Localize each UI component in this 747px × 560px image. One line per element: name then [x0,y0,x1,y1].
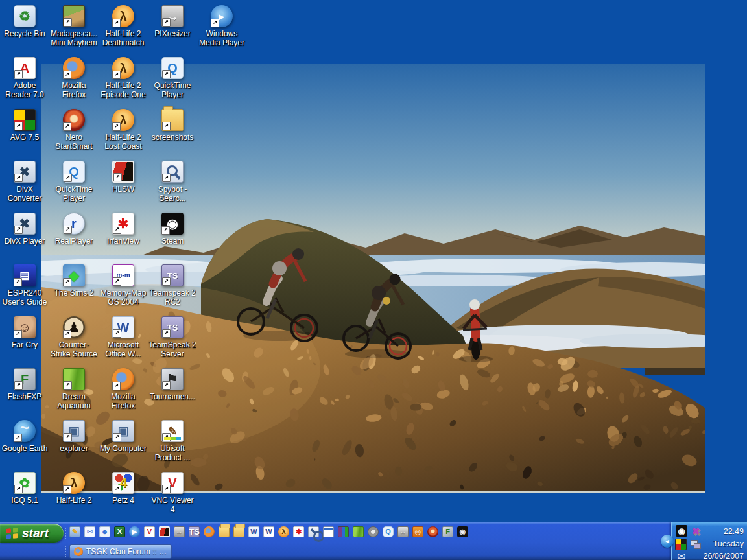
desktop-icon-teamspeak-2-server[interactable]: TS↗TeamSpeak 2 Server [148,316,196,358]
desktop-icon-recycle-bin[interactable]: ♻Recycle Bin [1,5,49,38]
journal-quicklaunch-icon[interactable]: ✎ [69,526,80,537]
excel-quicklaunch-icon[interactable]: X [114,526,125,537]
outlook-express-quicklaunch-icon[interactable]: ✉ [84,526,95,537]
desktop-icon-label: VNC Viewer 4 [148,496,196,514]
desktop-icon-counter-strike-source[interactable]: ♟↗Counter-Strike Source [50,316,98,358]
film-reel-quicklaunch-icon[interactable] [368,526,379,537]
messenger-quicklaunch-icon[interactable]: ☻ [99,526,110,537]
steam-target-glyph: ◉ [460,528,466,535]
nero-quicklaunch-icon[interactable] [427,526,438,537]
desktop-icon-mozilla-firefox[interactable]: ↗Mozilla Firefox [50,57,98,99]
taskbar[interactable]: start ✎✉☻X►V↔TSWWλ✱Q↔◎F◉ TSGK Clan Forum… [0,522,747,560]
desktop-icon-half-life-2-deathmatch[interactable]: λ↗Half-Life 2 Deathmatch [99,5,147,47]
word-quicklaunch-icon[interactable]: W [248,526,259,537]
desktop-icon-icq-5-1[interactable]: ✿↗ICQ 5.1 [1,472,49,505]
steam-tray-icon[interactable]: ◉ [676,525,687,537]
hlsw-quicklaunch-icon[interactable] [159,526,170,537]
xfire-icon[interactable]: ✖ [690,525,702,537]
start-button[interactable]: start [0,524,64,542]
shortcut-arrow-icon: ↗ [112,71,121,79]
desktop-icon-hlsw[interactable]: ↗HLSW [99,161,147,194]
word-doc-quicklaunch-icon[interactable]: W [263,526,274,537]
tray-collapse-chevron[interactable]: ◄ [661,535,674,548]
shortcut-arrow-icon: ↗ [162,174,171,182]
desktop-area[interactable]: ♻Recycle BinA↗Adobe Reader 7.0↗AVG 7.5✖↗… [0,0,747,522]
desktop-icon-petz-4[interactable]: 4↗Petz 4 [99,472,147,505]
shortcut-arrow-icon: ↗ [112,19,121,27]
folder-quicklaunch-icon[interactable] [219,526,230,537]
desktop-icon-label: QuickTime Player [50,185,98,203]
taskbar-button-tsgk-clan-forum[interactable]: TSGK Clan Forum :: Vi... [69,544,172,559]
quicktime-icon: Q↗ [161,57,184,79]
desktop-icon-realplayer[interactable]: r↗RealPlayer [50,213,98,246]
firefox-quicklaunch-icon[interactable] [204,526,215,537]
nero-burn-glyph: ◎ [415,528,421,535]
desktop-icon-espr240-user-s-guide[interactable]: ▤↗ESPR240 User's Guide [1,264,49,307]
desktop-icon-screenshots[interactable]: ↗screenshots [148,109,196,142]
messenger-glyph: ☻ [101,528,109,535]
half-life-quicklaunch-icon[interactable]: λ [278,526,289,537]
desktop-icon-label: Microsoft Office W... [99,340,147,358]
desktop-icon-the-sims-2[interactable]: ◆↗The Sims 2 [50,264,98,298]
desktop-icon-irfanview[interactable]: ✱↗IrfanView [99,213,147,246]
desktop-icon-windows-media-player[interactable]: ►↗Windows Media Player [198,5,246,47]
desktop-icon-half-life-2-episode-one[interactable]: λ↗Half-Life 2 Episode One [99,57,147,99]
tray-clock[interactable]: 22:49 Tuesday 26/06/2007 [703,526,744,560]
desktop-icon-explorer[interactable]: ▣↗explorer [50,420,98,453]
teamspeak-quicklaunch-icon[interactable]: TS [189,526,200,537]
steam-target-quicklaunch-icon[interactable]: ◉ [457,526,468,537]
desktop-icon-flashfxp[interactable]: F↗FlashFXP [1,368,49,401]
desktop-icon-madagasca-mini-mayhem[interactable]: ↗Madagasca... Mini Mayhem [50,5,98,47]
desktop-icon-ubisoft-product[interactable]: ✎↗Ubisoft Product ... [148,420,196,462]
vnc-quicklaunch-icon[interactable]: V [144,526,155,537]
desktop-icon-adobe-reader-7-0[interactable]: A↗Adobe Reader 7.0 [1,57,49,99]
shortcut-arrow-icon: ↗ [162,433,171,441]
spybot-icon: ↗ [161,161,184,183]
desktop-icon-label: Nero StartSmart [50,133,98,151]
desktop-icon-nero-startsmart[interactable]: ↗Nero StartSmart [50,109,98,151]
spybot-quicklaunch-icon[interactable] [308,526,319,537]
desktop-icon-steam[interactable]: ◉↗Steam [148,213,196,246]
irfanview-quicklaunch-icon[interactable]: ✱ [293,526,304,537]
quicktime-quicklaunch-icon[interactable]: Q [383,526,394,537]
shortcut-arrow-icon: ↗ [14,226,23,234]
desktop-icon-quicktime-player[interactable]: Q↗QuickTime Player [148,57,196,99]
dream-aquarium-quicklaunch-icon[interactable] [353,526,364,537]
desktop-icon-half-life-2[interactable]: λ↗Half-Life 2 [50,472,98,505]
shortcut-arrow-icon: ↗ [162,70,171,78]
folder-quicklaunch-icon[interactable] [233,526,244,537]
desktop-icon-label: DivX Converter [1,185,49,203]
desktop-icon-google-earth[interactable]: ~↗Google Earth [1,420,49,453]
shortcut-arrow-icon: ↗ [211,19,219,27]
desktop-icon-half-life-2-lost-coast[interactable]: λ↗Half-Life 2 Lost Coast [99,109,147,151]
avg-tray-icon[interactable] [675,539,687,550]
desktop-icon-divx-player[interactable]: ✖↗DivX Player [1,213,49,246]
desktop-icon-vnc-viewer-4[interactable]: V↗VNC Viewer 4 [148,472,196,514]
desktop-icon-teamspeak-2-rc2[interactable]: TS↗Teamspeak 2 RC2 [148,264,196,307]
desktop-icon-quicktime-player[interactable]: Q↗QuickTime Player [50,161,98,203]
desktop-icon-far-cry[interactable]: ☺↗Far Cry [1,316,49,349]
desktop-icon-pixresizer[interactable]: ↔↗PIXresizer [148,5,196,38]
desktop-icon-avg-7-5[interactable]: ↗AVG 7.5 [1,109,49,142]
desktop-icon-memory-map-os-2004[interactable]: m-m↗Memory-Map OS 2004 [99,264,147,307]
desktop-icon-spybot-searc[interactable]: ↗Spybot - Searc... [148,161,196,203]
taskband-grip[interactable] [65,546,68,557]
desktop-icon-microsoft-office-w[interactable]: W↗Microsoft Office W... [99,316,147,358]
desktop-icon-my-computer[interactable]: ▣↗My Computer [99,420,147,453]
network-icon[interactable] [690,539,702,550]
desktop-icon-tournamen[interactable]: ⚑↗Tournamen... [148,368,196,401]
desktop-icon-dream-aquarium[interactable]: ↗Dream Aquarium [50,368,98,410]
white-window-quicklaunch-icon[interactable] [323,526,334,537]
shortcut-arrow-icon: ↗ [14,381,23,390]
quicklaunch-grip[interactable] [65,528,68,539]
desktop-icon-divx-converter[interactable]: ✖↗DivX Converter [1,161,49,203]
pixresizer-quicklaunch-icon[interactable]: ↔ [397,526,409,537]
desktop-icon-label: My Computer [99,444,147,453]
mail-icon[interactable]: ✉ [676,551,687,560]
pixresizer-quicklaunch-icon[interactable]: ↔ [174,526,185,537]
desktop-icon-mozilla-firefox[interactable]: ↗Mozilla Firefox [99,368,147,410]
wmp-quicklaunch-icon[interactable]: ► [129,526,140,537]
nero-burn-quicklaunch-icon[interactable]: ◎ [412,526,423,537]
winrar-quicklaunch-icon[interactable] [338,526,349,537]
flashfxp-quicklaunch-icon[interactable]: F [442,526,453,537]
